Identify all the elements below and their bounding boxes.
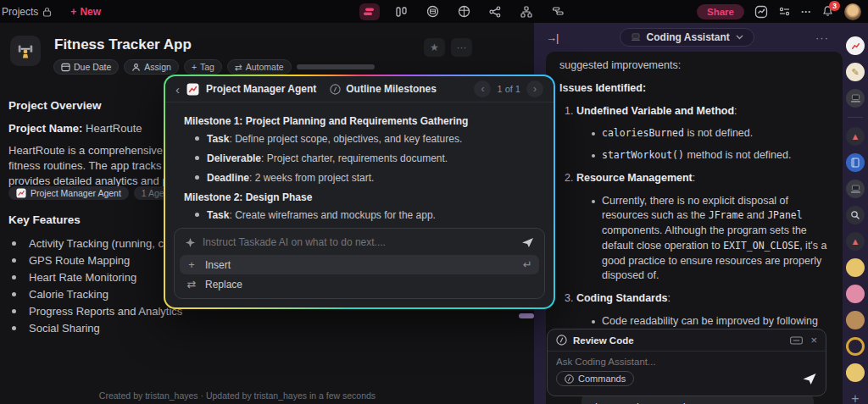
tag-chip[interactable]: + Tag xyxy=(184,59,222,75)
ai-sparkle-icon xyxy=(185,237,196,248)
agent-book-icon[interactable] xyxy=(846,153,865,172)
feature-item: Calorie Tracking xyxy=(12,288,108,301)
notification-badge: 3 xyxy=(829,1,840,11)
automation-progress xyxy=(297,64,375,69)
agent-chart-icon xyxy=(186,83,199,96)
commands-button[interactable]: Commands xyxy=(556,371,634,386)
return-icon: ↵ xyxy=(523,258,532,271)
assign-chip[interactable]: Assign xyxy=(124,59,179,75)
settings-sliders-icon[interactable] xyxy=(778,6,791,17)
rail-divider xyxy=(848,117,863,118)
milestone-heading: Milestone 1: Project Planning and Requir… xyxy=(184,115,542,127)
share-button[interactable]: Share xyxy=(697,4,744,19)
user-avatar[interactable] xyxy=(844,3,861,20)
issue-1-bullet: caloriesBurned is not defined. xyxy=(592,126,829,141)
feature-item: Social Sharing xyxy=(12,322,100,335)
milestone-item: Task: Create wireframes and mockups for … xyxy=(195,209,542,221)
description-line: provides detailed analytics and pro xyxy=(8,174,178,187)
issue-1: 1. Undefined Variable and Method: xyxy=(565,104,829,119)
more-icon[interactable]: ··· xyxy=(801,6,811,18)
agent-memo-icon[interactable]: ✎ xyxy=(846,63,865,81)
description-line: HeartRoute is a comprehensive fitn xyxy=(8,144,181,157)
assistant-input[interactable] xyxy=(556,357,817,367)
ai-command-modal: ‹ Project Manager Agent Outline Mileston… xyxy=(164,75,555,309)
agent-brain-icon[interactable] xyxy=(846,285,865,303)
agent-rocket-icon[interactable]: ▲ xyxy=(846,232,865,251)
plus-icon: + xyxy=(192,62,197,72)
command-slash-icon xyxy=(556,335,567,346)
ai-instruction-input[interactable] xyxy=(203,236,515,248)
issue-2: 2. Resource Management: xyxy=(565,171,829,186)
issue-1-bullet: startWorkout() method is not defined. xyxy=(592,148,829,163)
automation-icon: ⇄ xyxy=(235,62,242,72)
calendar-view-icon[interactable] xyxy=(422,3,442,20)
feature-item: Heart Rate Monitoring xyxy=(12,271,136,284)
collapse-panel-icon[interactable]: →| xyxy=(546,31,558,44)
board-view-icon[interactable] xyxy=(391,3,411,20)
issue-3: 3. Coding Standards: xyxy=(565,291,829,307)
share-network-icon[interactable] xyxy=(485,3,505,20)
projects-label: Projects xyxy=(2,6,38,18)
agents-rail: ✎ ▲ ▲ + xyxy=(843,23,868,404)
add-agent-button[interactable]: + xyxy=(851,391,859,404)
project-emoji-icon[interactable] xyxy=(10,36,41,66)
milestone-item: Deliverable: Project charter, requiremen… xyxy=(195,152,542,164)
replace-option[interactable]: ⇄ Replace xyxy=(180,274,539,294)
workflow-view-icon[interactable] xyxy=(516,3,537,20)
scrollbar-thumb[interactable] xyxy=(519,313,534,318)
modal-content: Milestone 1: Project Planning and Requir… xyxy=(165,102,554,224)
issue-2-bullet: Currently, there is no explicit disposal… xyxy=(592,194,829,285)
feature-item: Activity Tracking (running, cyclin xyxy=(12,237,186,250)
popup-title: Review Code xyxy=(573,335,634,346)
issues-heading: Issues Identified: xyxy=(559,82,646,94)
agent-ring-icon[interactable] xyxy=(846,337,865,356)
keyboard-icon[interactable] xyxy=(790,336,803,345)
back-icon[interactable]: ‹ xyxy=(175,82,180,97)
pager-prev-button[interactable]: ‹ xyxy=(474,80,491,97)
assistant-selector[interactable]: Coding Assistant xyxy=(620,28,754,47)
chevron-down-icon xyxy=(736,35,743,40)
star-button[interactable]: ★ xyxy=(424,38,445,57)
pager-next-button[interactable]: › xyxy=(526,80,543,97)
automate-chip[interactable]: ⇄ Automate xyxy=(227,59,292,75)
plus-icon: + xyxy=(70,6,76,18)
insert-option[interactable]: + Insert ↵ xyxy=(180,255,539,274)
top-bar: Projects + New xyxy=(0,0,868,23)
review-code-popup: Review Code × Commands xyxy=(547,329,826,396)
milestone-heading: Milestone 2: Design Phase xyxy=(184,191,542,203)
plus-icon: + xyxy=(186,258,197,271)
send-icon[interactable] xyxy=(521,237,534,248)
panel-more-icon[interactable]: ··· xyxy=(815,31,829,44)
command-slash-icon xyxy=(565,374,574,384)
list-view-icon[interactable] xyxy=(359,3,380,20)
agent-pill[interactable]: Project Manager Agent xyxy=(8,186,129,200)
agent-rocket-icon[interactable]: ▲ xyxy=(846,127,865,146)
agent-chart-icon[interactable] xyxy=(846,36,865,55)
modal-agent-name: Project Manager Agent xyxy=(206,83,316,95)
document-meta-footer: Created by tristan_hayes · Updated by tr… xyxy=(0,390,475,401)
modal-command: Outline Milestones xyxy=(330,83,437,95)
doc-more-button[interactable]: ··· xyxy=(451,38,472,57)
agent-clipboard-icon[interactable] xyxy=(846,311,865,329)
agent-laptop-icon[interactable] xyxy=(846,89,865,108)
page-title[interactable]: Fitness Tracker App xyxy=(54,36,192,53)
due-date-chip[interactable]: Due Date xyxy=(53,59,119,75)
lock-icon xyxy=(42,7,52,17)
milestone-item: Deadline: 2 weeks from project start. xyxy=(195,172,542,184)
close-icon[interactable]: × xyxy=(810,334,817,346)
agent-angel-icon[interactable] xyxy=(846,363,865,382)
description-line: fitness routines. The app tracks var xyxy=(8,159,180,172)
org-chart-view-icon[interactable] xyxy=(453,3,474,20)
send-icon[interactable] xyxy=(802,373,817,385)
pager-label: 1 of 1 xyxy=(497,84,520,94)
activity-icon[interactable] xyxy=(754,5,768,19)
swap-icon: ⇄ xyxy=(186,278,197,291)
agent-search-icon[interactable] xyxy=(846,206,865,224)
notifications-button[interactable]: 3 xyxy=(821,5,834,18)
agent-person-icon[interactable] xyxy=(846,258,865,277)
agent-laptop-icon[interactable] xyxy=(846,180,865,198)
new-button[interactable]: + New xyxy=(70,6,101,18)
overview-heading: Project Overview xyxy=(8,99,102,112)
projects-menu[interactable]: Projects xyxy=(2,6,52,18)
mindmap-view-icon[interactable] xyxy=(548,3,568,20)
